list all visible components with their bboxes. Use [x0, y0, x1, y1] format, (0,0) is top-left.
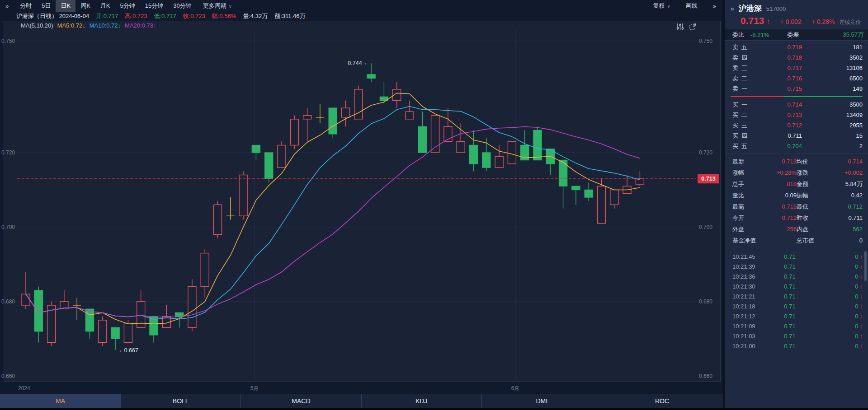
instrument-title: 沪港深（日线） 2024-06-04 [16, 12, 89, 20]
bid-row[interactable]: 买二0.71313409 [725, 110, 868, 120]
tick-volume-value: 0 [855, 343, 858, 349]
multi-window-layout-icon[interactable] [689, 23, 697, 31]
tick-time: 10:21:39 [732, 263, 774, 270]
tick-price: 0.71 [774, 323, 806, 330]
bid-levels: 买一0.7143500买二0.71313409买三0.7122955买四0.71… [725, 98, 868, 152]
scrollbar-thumb[interactable] [864, 251, 867, 281]
bid-price: 0.713 [766, 112, 802, 118]
bid-ask-ratio-bar [731, 96, 863, 97]
ask-row[interactable]: 卖五0.719181 [725, 42, 868, 52]
panel-collapse-icon[interactable]: » [731, 5, 734, 12]
candle-down-body [470, 145, 478, 164]
price-up-arrow-icon: ↑ [767, 18, 770, 26]
bid-volume: 2955 [802, 122, 863, 129]
ask-row[interactable]: 卖四0.7183502 [725, 52, 868, 63]
y-axis-label-left: 0.700 [1, 224, 15, 230]
indicator-tabs: MABOLLMACDKDJDMIROC [0, 394, 722, 408]
candle-up-body [22, 294, 30, 305]
indicator-tab-ROC[interactable]: ROC [602, 394, 722, 408]
bid-row[interactable]: 买三0.7122955 [725, 120, 868, 130]
tick-time: 10:21:18 [732, 303, 774, 310]
x-axis-label: 2024 [18, 385, 30, 391]
candle-up-body [508, 141, 516, 163]
ask-label: 卖四 [732, 54, 766, 62]
toolbar-expand-icon[interactable]: » [713, 3, 716, 9]
draw-line-button[interactable]: 画线 [686, 2, 698, 10]
tick-volume: 0↑ [806, 263, 863, 270]
ohlc-field-高: 高:0.723 [125, 12, 147, 20]
candle-up-body [290, 119, 298, 145]
stat-label-最高: 最高 [732, 203, 761, 211]
kline-chart[interactable]: 0.7500.7500.7200.7200.7000.7000.6800.680… [0, 21, 722, 393]
period-tab-日K[interactable]: 日K [56, 0, 75, 12]
ohlc-fields: 开:0.717高:0.723低:0.717收:0.723幅:0.56%量:4.3… [96, 12, 305, 20]
ask-levels: 卖五0.719181卖四0.7183502卖三0.71713106卖二0.716… [725, 41, 868, 95]
tick-volume-value: 0 [855, 313, 858, 320]
bid-row[interactable]: 买四0.71115 [725, 130, 868, 141]
stat-value-均价: 0.714 [826, 158, 863, 165]
ask-row[interactable]: 卖三0.71713106 [725, 63, 868, 73]
candle-down-body [111, 327, 119, 339]
indicator-settings-icon[interactable] [676, 23, 684, 31]
candle-up-body [495, 156, 503, 168]
stat-label-今开: 今开 [732, 214, 761, 222]
toolbar-collapse-icon[interactable]: » [5, 3, 9, 9]
weibi-label: 委比 [732, 31, 744, 39]
ma-indicator-header: MA(5,10,20) MA5:0.72↓MA10:0.72↓MA20:0.73… [21, 22, 156, 29]
tick-volume: 0↑ [806, 283, 863, 290]
y-axis-label-right: 0.660 [699, 373, 712, 379]
candle-down-body [482, 153, 491, 168]
period-tab-月K[interactable]: 月K [95, 0, 115, 12]
indicator-tab-DMI[interactable]: DMI [482, 394, 602, 408]
tick-price: 0.71 [774, 263, 806, 270]
chevron-down-icon: ∨ [229, 4, 232, 9]
ask-row[interactable]: 卖二0.7166500 [725, 73, 868, 84]
candle-down-body [367, 75, 375, 78]
tick-row: 10:21:120.710↑ [725, 311, 868, 321]
period-tab-5日[interactable]: 5日 [37, 0, 56, 12]
session-status: 连续竞价 [839, 19, 861, 26]
period-tab-分时[interactable]: 分时 [15, 0, 37, 12]
candle-up-body [137, 302, 145, 328]
indicator-tab-KDJ[interactable]: KDJ [362, 394, 482, 408]
bid-volume: 15 [802, 132, 863, 139]
tick-row: 10:21:000.710↑ [725, 341, 868, 351]
candle-down-body [585, 190, 593, 197]
candle-up-body [342, 108, 350, 117]
period-tab-30分钟[interactable]: 30分钟 [168, 0, 196, 12]
indicator-tab-MACD[interactable]: MACD [241, 394, 361, 408]
period-tab-15分钟[interactable]: 15分钟 [140, 0, 168, 12]
more-periods-button[interactable]: 更多周期∨ [197, 0, 236, 12]
stat-label-涨跌: 涨跌 [797, 169, 826, 177]
ask-volume: 13106 [802, 65, 863, 71]
bid-row[interactable]: 买五0.7042 [725, 141, 868, 151]
stat-label-振幅: 振幅 [797, 191, 826, 200]
tick-volume-value: 0 [855, 293, 858, 300]
period-tab-5分钟[interactable]: 5分钟 [115, 0, 140, 12]
indicator-tab-MA[interactable]: MA [0, 394, 121, 408]
y-axis-label-left: 0.750 [1, 38, 15, 44]
ask-row[interactable]: 卖一0.715149 [725, 84, 868, 94]
stat-label-均价: 均价 [797, 158, 826, 166]
stat-value-金额: 5.84万 [826, 180, 863, 188]
ask-price: 0.719 [766, 44, 802, 51]
adjust-price-label: 复权 [653, 2, 665, 9]
tick-up-arrow-icon: ↑ [860, 273, 863, 280]
tick-price: 0.71 [774, 273, 806, 280]
candle-down-body [418, 126, 426, 153]
y-axis-label-left: 0.660 [1, 373, 15, 379]
stat-row: 量比0.09振幅0.42 [725, 190, 868, 201]
tick-price: 0.71 [774, 313, 806, 320]
stat-label-最新: 最新 [732, 158, 761, 166]
tick-time: 10:21:12 [732, 313, 774, 320]
period-tab-周K[interactable]: 周K [75, 0, 95, 12]
candle-up-body [188, 287, 196, 328]
stat-label-最低: 最低 [797, 203, 826, 211]
bid-row[interactable]: 买一0.7143500 [725, 99, 868, 110]
candle-down-body [559, 160, 567, 186]
candle-up-body [99, 320, 107, 342]
tick-volume-value: 0 [855, 333, 858, 340]
indicator-tab-BOLL[interactable]: BOLL [121, 394, 241, 408]
adjust-price-button[interactable]: 复权∨ [653, 2, 670, 10]
tick-volume: 0↑ [806, 273, 863, 280]
